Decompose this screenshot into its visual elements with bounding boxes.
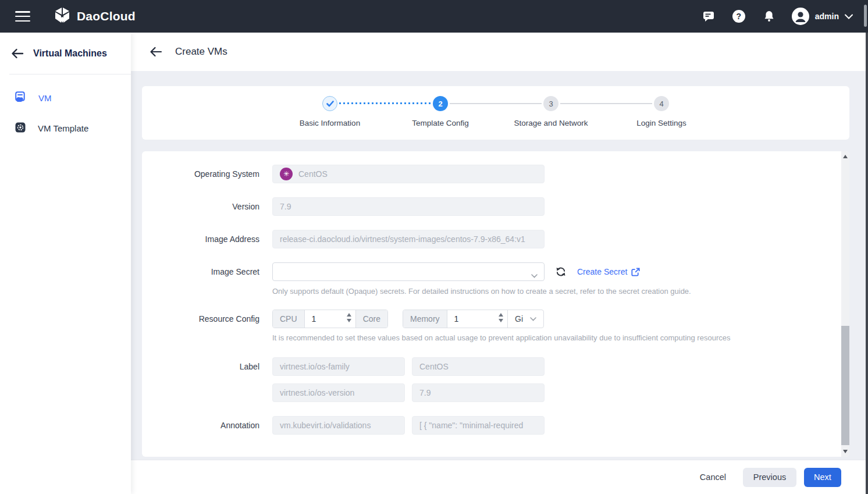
label-field-label: Label — [155, 357, 259, 376]
chevron-down-icon — [845, 14, 853, 19]
help-button[interactable]: ? — [731, 9, 746, 24]
sidebar-title: Virtual Machines — [33, 48, 107, 59]
label-key-field: virtnest.io/os-version — [272, 383, 405, 402]
cpu-prefix: CPU — [273, 310, 305, 328]
step-template-config[interactable]: 2 Template Config — [385, 96, 496, 127]
sidebar-item-label: VM — [38, 93, 52, 103]
memory-prefix: Memory — [403, 310, 447, 328]
cpu-unit: Core — [355, 310, 387, 328]
step-label: Basic Information — [300, 119, 360, 127]
avatar — [792, 8, 809, 25]
annotation-label: Annotation — [155, 416, 259, 435]
label-value-field: CentOS — [412, 357, 545, 376]
decrement-icon — [499, 319, 503, 322]
messages-button[interactable] — [701, 9, 716, 24]
step-number: 2 — [433, 96, 448, 111]
centos-icon: ✳ — [280, 168, 293, 180]
image-address-label: Image Address — [155, 230, 259, 248]
cancel-button[interactable]: Cancel — [700, 472, 726, 482]
refresh-icon — [555, 266, 567, 278]
image-address-field: release-ci.daocloud.io/virtnest/system-i… — [272, 230, 545, 248]
decrement-icon — [347, 319, 351, 322]
cpu-input-group: CPU Core — [272, 310, 388, 328]
page-back-button[interactable] — [149, 45, 163, 59]
step-label: Storage and Network — [514, 119, 588, 127]
previous-button[interactable]: Previous — [743, 468, 796, 487]
step-connector-3 — [560, 103, 652, 104]
step-login-settings[interactable]: 4 Login Settings — [606, 96, 717, 127]
external-link-icon — [631, 268, 640, 276]
annotation-value-field: [ { "name": "minimal-required — [412, 416, 545, 435]
step-done-check-icon — [322, 96, 337, 111]
notifications-button[interactable] — [762, 9, 777, 24]
window-scrollbar-thumb-top — [864, 5, 867, 27]
create-secret-link[interactable]: Create Secret — [577, 267, 640, 276]
daocloud-logo-icon — [54, 6, 71, 26]
back-arrow-icon — [150, 47, 162, 57]
topbar: DaoCloud ? — [0, 0, 868, 33]
wizard-footer: Cancel Previous Next — [131, 460, 868, 494]
step-storage-and-network[interactable]: 3 Storage and Network — [496, 96, 606, 127]
form-scrollbar-thumb[interactable] — [841, 326, 849, 445]
refresh-secrets-button[interactable] — [554, 265, 567, 278]
vm-icon — [15, 91, 27, 105]
step-label: Login Settings — [636, 119, 686, 127]
step-connector-2 — [450, 103, 542, 104]
operating-system-field: ✳ CentOS — [272, 165, 545, 183]
brand: DaoCloud — [54, 6, 136, 26]
step-number: 4 — [654, 96, 669, 111]
image-secret-label: Image Secret — [155, 262, 259, 281]
memory-stepper[interactable] — [499, 313, 503, 322]
image-secret-help: Only supports default (Opaque) secrets. … — [272, 287, 691, 296]
next-button[interactable]: Next — [804, 468, 841, 487]
form-scrollbar — [841, 151, 849, 457]
page-header: Create VMs — [131, 33, 868, 71]
user-menu[interactable]: admin — [792, 8, 853, 25]
step-number: 3 — [543, 96, 558, 111]
cpu-stepper[interactable] — [347, 313, 351, 322]
username-label: admin — [815, 12, 839, 21]
increment-icon — [347, 313, 351, 317]
bell-icon — [762, 9, 776, 23]
back-arrow-icon — [11, 48, 24, 59]
version-value: 7.9 — [280, 202, 291, 211]
window-scrollbar[interactable] — [866, 33, 868, 494]
operating-system-value: CentOS — [298, 169, 328, 179]
hamburger-menu-icon[interactable] — [15, 11, 30, 22]
memory-input-group: Memory Gi — [403, 310, 544, 328]
memory-unit-select[interactable]: Gi — [507, 310, 543, 328]
scroll-up-button[interactable] — [841, 152, 849, 161]
stepper-card: Basic Information 2 Template Config 3 St… — [142, 86, 849, 140]
resource-config-help: It is recommended to set these values ba… — [272, 333, 730, 342]
message-icon — [702, 9, 716, 23]
chevron-down-icon — [530, 317, 536, 321]
version-label: Version — [155, 197, 259, 216]
annotation-key-field: vm.kubevirt.io/validations — [272, 416, 405, 435]
label-value-field: 7.9 — [412, 383, 545, 402]
sidebar-item-vm[interactable]: VM — [0, 83, 131, 113]
sidebar-back-button[interactable] — [10, 47, 24, 61]
scroll-down-button[interactable] — [841, 447, 849, 456]
brand-name: DaoCloud — [77, 9, 136, 23]
label-key-field: virtnest.io/os-family — [272, 357, 405, 376]
help-icon: ? — [732, 10, 745, 23]
increment-icon — [499, 313, 503, 317]
sidebar: Virtual Machines VM — [0, 33, 131, 494]
step-basic-information[interactable]: Basic Information — [275, 96, 385, 127]
page-title: Create VMs — [175, 46, 227, 58]
template-config-form: Operating System ✳ CentOS Version 7.9 — [142, 151, 849, 457]
step-label: Template Config — [412, 119, 469, 127]
resource-config-label: Resource Config — [155, 310, 259, 328]
step-connector-1 — [339, 102, 431, 104]
version-field: 7.9 — [272, 197, 545, 216]
vm-template-icon — [15, 122, 26, 135]
chevron-down-icon — [531, 270, 538, 280]
image-secret-select[interactable] — [272, 262, 545, 281]
sidebar-item-label: VM Template — [38, 123, 88, 133]
image-address-value: release-ci.daocloud.io/virtnest/system-i… — [280, 234, 525, 244]
operating-system-label: Operating System — [155, 165, 259, 183]
sidebar-item-vm-template[interactable]: VM Template — [0, 113, 131, 143]
